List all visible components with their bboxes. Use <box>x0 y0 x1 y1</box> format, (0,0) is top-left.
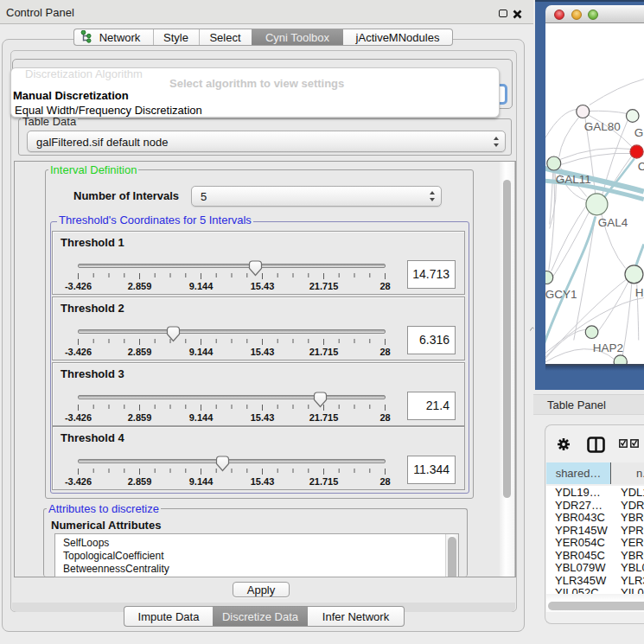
svg-text:G: G <box>634 126 644 139</box>
svg-text:HAP2: HAP2 <box>593 341 623 354</box>
svg-text:GAL4: GAL4 <box>598 216 628 229</box>
svg-text:GAL80: GAL80 <box>584 120 621 133</box>
svg-text:GAL11: GAL11 <box>556 173 591 186</box>
svg-text:H: H <box>635 286 644 299</box>
svg-text:C: C <box>638 160 644 173</box>
svg-text:GCY1: GCY1 <box>545 288 577 301</box>
